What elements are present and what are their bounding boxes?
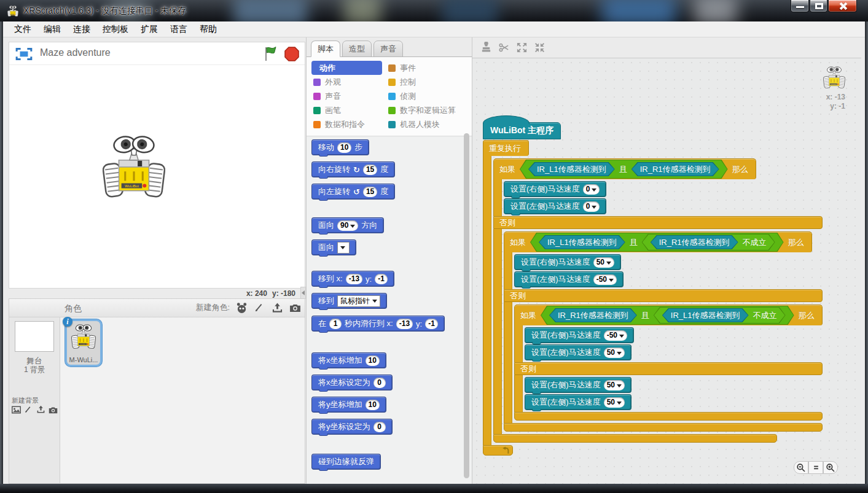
palette-block-change-y[interactable]: 将y坐标增加10 [311, 397, 386, 413]
motor-speed-dropdown[interactable]: -50 [593, 274, 617, 285]
palette-block-goto-mouse[interactable]: 移到鼠标指针 [311, 293, 387, 309]
category-sensing[interactable]: 侦测 [386, 89, 471, 103]
set-left-motor-block[interactable]: 设置(左侧)马达速度50 [525, 344, 631, 360]
if-else-block-3[interactable]: 如果 IR_R1传感器检测到 且 IR_L1传感器检测到 [514, 305, 823, 421]
category-sound[interactable]: 声音 [311, 89, 385, 103]
motor-speed-dropdown[interactable]: 0 [583, 184, 600, 195]
palette-block-turn-left[interactable]: 向左旋转↺15度 [311, 184, 395, 200]
towards-dropdown[interactable] [337, 242, 350, 254]
backdrop-library-icon[interactable] [12, 405, 21, 414]
palette-block-change-x[interactable]: 将x坐标增加10 [311, 352, 386, 368]
zoom-out-button[interactable] [794, 461, 808, 474]
motor-speed-dropdown[interactable]: 50 [593, 257, 614, 268]
palette-block-goto-xy[interactable]: 移到 x:-13y:-1 [311, 271, 394, 287]
goto-dropdown[interactable]: 鼠标指针 [337, 295, 380, 307]
shrink-icon[interactable] [533, 42, 545, 54]
steps-input[interactable]: 10 [337, 142, 351, 153]
not-block[interactable]: IR_L1传感器检测到 不成立 [654, 307, 786, 324]
palette-block-point-direction[interactable]: 面向90方向 [311, 217, 384, 233]
set-right-motor-block[interactable]: 设置(右侧)马达速度50 [525, 377, 631, 393]
palette-block-point-towards[interactable]: 面向 [311, 239, 356, 255]
paintbrush-icon[interactable] [253, 301, 265, 314]
forever-block[interactable]: 重复执行 如果 IR_L1传感器检测到 [483, 140, 823, 456]
menu-connect[interactable]: 连接 [67, 22, 96, 37]
y-input[interactable]: -1 [375, 274, 388, 284]
motor-speed-dropdown[interactable]: -50 [604, 330, 627, 341]
backdrop-upload-icon[interactable] [36, 405, 45, 414]
backdrop-paintbrush-icon[interactable] [24, 405, 33, 414]
project-title[interactable]: Maze adventure [40, 47, 111, 58]
x-input[interactable]: -13 [396, 319, 413, 329]
scissors-icon[interactable] [498, 42, 510, 54]
if-else-block-2[interactable]: 如果 IR_L1传感器检测到 且 IR_R1传感器检测到 [504, 231, 823, 432]
category-control[interactable]: 控制 [386, 75, 471, 89]
sensor-ir-r1-block[interactable]: IR_R1传感器检测到 [631, 162, 719, 176]
minimize-button[interactable] [791, 0, 809, 12]
upload-icon[interactable] [271, 301, 283, 314]
palette-block-bounce-on-edge[interactable]: 碰到边缘就反弹 [311, 454, 381, 470]
title-bar[interactable]: XRScratch(v1.6.3) - 没有连接串口 - 未保存 [0, 0, 868, 21]
tab-costumes[interactable]: 造型 [342, 41, 372, 57]
menu-language[interactable]: 语言 [164, 22, 194, 37]
sensor-ir-l1-block[interactable]: IR_L1传感器检测到 [539, 235, 625, 249]
not-block[interactable]: IR_R1传感器检测到 不成立 [642, 234, 775, 250]
sprite-library-icon[interactable] [235, 301, 248, 314]
and-block[interactable]: IR_R1传感器检测到 且 IR_L1传感器检测到 不成立 [541, 306, 794, 325]
tab-scripts[interactable]: 脚本 [311, 41, 340, 57]
motor-speed-dropdown[interactable]: 50 [604, 397, 625, 408]
palette-block-glide[interactable]: 在1秒内滑行到 x:-13y:-1 [311, 316, 445, 332]
dy-input[interactable]: 10 [366, 400, 380, 410]
x-input[interactable]: -13 [346, 274, 362, 284]
zoom-reset-button[interactable] [808, 461, 823, 474]
set-left-motor-block[interactable]: 设置(左侧)马达速度0 [504, 198, 606, 214]
palette-block-set-y[interactable]: 将y坐标设定为0 [311, 419, 393, 435]
set-right-motor-block[interactable]: 设置(右侧)马达速度0 [504, 181, 606, 197]
zoom-in-button[interactable] [823, 461, 838, 474]
stage[interactable]: Maze adventure [9, 42, 305, 289]
set-right-motor-block[interactable]: 设置(右侧)马达速度50 [514, 254, 621, 270]
script-canvas[interactable]: x: -13 y: -1 WuLiBot 主程序 重复执行 [472, 58, 861, 484]
menu-board[interactable]: 控制板 [96, 22, 135, 37]
menu-file[interactable]: 文件 [8, 22, 37, 37]
category-looks[interactable]: 外观 [311, 75, 385, 89]
and-block[interactable]: IR_L1传感器检测到 且 IR_R1传感器检测到 [520, 160, 728, 179]
dx-input[interactable]: 10 [366, 355, 380, 366]
tab-sounds[interactable]: 声音 [373, 41, 403, 57]
and-block[interactable]: IR_L1传感器检测到 且 IR_R1传感器检测到 不成立 [530, 233, 784, 252]
maximize-button[interactable] [810, 0, 827, 12]
stage-thumbnail[interactable] [15, 321, 54, 352]
x-input[interactable]: 0 [373, 378, 386, 388]
menu-help[interactable]: 帮助 [194, 22, 223, 37]
y-input[interactable]: 0 [373, 422, 386, 432]
direction-dropdown[interactable]: 90 [337, 220, 358, 231]
category-motion[interactable]: 动作 [311, 61, 382, 75]
green-flag-button[interactable] [263, 46, 279, 62]
stop-button[interactable] [284, 46, 300, 62]
fullscreen-icon[interactable] [15, 47, 33, 61]
motor-speed-dropdown[interactable]: 0 [583, 201, 600, 212]
sensor-ir-l1-block[interactable]: IR_L1传感器检测到 [662, 308, 749, 322]
category-operators[interactable]: 数字和逻辑运算 [386, 103, 471, 117]
menu-edit[interactable]: 编辑 [37, 22, 67, 37]
set-right-motor-block[interactable]: 设置(右侧)马达速度-50 [525, 327, 634, 343]
motor-speed-dropdown[interactable]: 50 [604, 347, 625, 358]
sensor-ir-r1-block[interactable]: IR_R1传感器检测到 [651, 235, 738, 249]
category-pen[interactable]: 画笔 [311, 103, 385, 117]
category-events[interactable]: 事件 [386, 61, 471, 75]
category-data[interactable]: 数据和指令 [311, 117, 385, 131]
script-stack[interactable]: WuLiBot 主程序 重复执行 如果 [483, 114, 823, 456]
category-robot[interactable]: 机器人模块 [386, 117, 471, 131]
backdrop-camera-icon[interactable] [49, 405, 58, 414]
degrees-input[interactable]: 15 [363, 165, 377, 175]
degrees-input[interactable]: 15 [363, 187, 377, 197]
y-input[interactable]: -1 [425, 319, 438, 329]
motor-speed-dropdown[interactable]: 50 [604, 380, 625, 390]
close-button[interactable] [828, 0, 857, 12]
if-else-block-1[interactable]: 如果 IR_L1传感器检测到 且 IR_R1传感器检测到 那么 [493, 158, 823, 443]
stage-sprite-robot[interactable] [103, 131, 165, 201]
secs-input[interactable]: 1 [329, 319, 342, 329]
set-left-motor-block[interactable]: 设置(左侧)马达速度-50 [514, 271, 624, 287]
sensor-ir-l1-block[interactable]: IR_L1传感器检测到 [528, 162, 615, 176]
palette-block-move-steps[interactable]: 移动10步 [311, 139, 369, 155]
hat-block-main-program[interactable]: WuLiBot 主程序 [483, 122, 561, 139]
